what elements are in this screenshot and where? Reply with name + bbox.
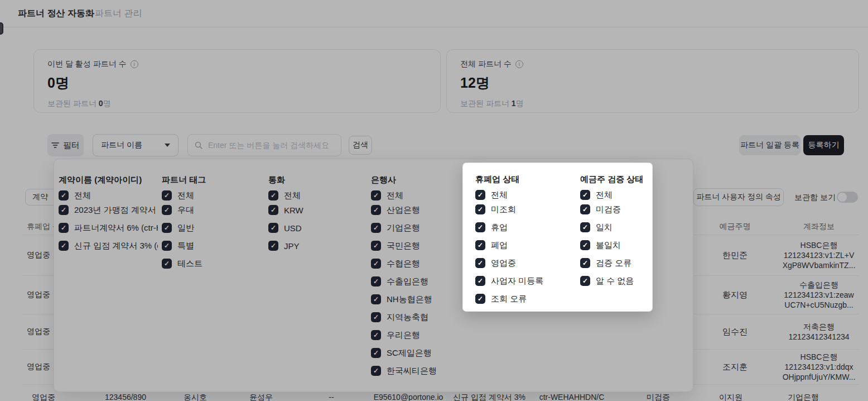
filter-option-label: 폐업 <box>491 240 508 250</box>
filter-option-label: 사업자 미등록 <box>491 276 543 286</box>
checkbox-checked-icon[interactable]: ✓ <box>475 240 485 250</box>
filter-option[interactable]: ✓ 폐업 <box>475 240 567 250</box>
checkbox-checked-icon[interactable]: ✓ <box>475 258 485 268</box>
checkbox-checked-icon[interactable]: ✓ <box>580 240 590 250</box>
filter-option[interactable]: ✓ 미조회 <box>475 204 567 214</box>
filter-option-list: ✓ 전체 ✓ 미조회 ✓ 휴업 ✓ 폐업 <box>475 190 567 304</box>
filter-option[interactable]: ✓ 영업중 <box>475 258 567 268</box>
filter-option[interactable]: ✓ 전체 <box>475 190 567 200</box>
filter-option-label: 검증 오류 <box>596 258 631 268</box>
filter-column-business-status: 휴폐업 상태 ✓ 전체 ✓ 미조회 ✓ 휴업 ✓ <box>475 174 567 312</box>
checkbox-checked-icon[interactable]: ✓ <box>580 276 590 286</box>
filter-option[interactable]: ✓ 검증 오류 <box>580 258 652 268</box>
filter-option[interactable]: ✓ 미검증 <box>580 204 652 214</box>
filter-option-label: 미조회 <box>491 204 516 214</box>
spotlight-highlight-box: 휴폐업 상태 ✓ 전체 ✓ 미조회 ✓ 휴업 ✓ <box>463 163 652 311</box>
filter-option-label: 알 수 없음 <box>596 276 634 286</box>
checkbox-checked-icon[interactable]: ✓ <box>475 222 485 232</box>
filter-option-label: 전체 <box>491 190 508 200</box>
filter-option-label: 일치 <box>596 222 613 232</box>
filter-option-label: 불일치 <box>596 240 621 250</box>
checkbox-checked-icon[interactable]: ✓ <box>475 294 485 304</box>
checkbox-checked-icon[interactable]: ✓ <box>580 190 590 200</box>
checkbox-checked-icon[interactable]: ✓ <box>580 222 590 232</box>
filter-column-depositor-verification: 예금주 검증 상태 ✓ 전체 ✓ 미검증 ✓ 일치 ✓ <box>580 174 652 294</box>
checkbox-checked-icon[interactable]: ✓ <box>580 258 590 268</box>
checkbox-checked-icon[interactable]: ✓ <box>475 190 485 200</box>
filter-option-label: 영업중 <box>491 258 516 268</box>
dim-overlay[interactable] <box>0 0 868 401</box>
filter-option[interactable]: ✓ 불일치 <box>580 240 652 250</box>
filter-option[interactable]: ✓ 전체 <box>580 190 652 200</box>
checkbox-checked-icon[interactable]: ✓ <box>580 204 590 214</box>
filter-option-list: ✓ 전체 ✓ 미검증 ✓ 일치 ✓ 불일치 <box>580 190 652 286</box>
filter-option-label: 휴업 <box>491 222 508 232</box>
checkbox-checked-icon[interactable]: ✓ <box>475 204 485 214</box>
filter-option[interactable]: ✓ 일치 <box>580 222 652 232</box>
filter-column-title: 예금주 검증 상태 <box>580 174 652 184</box>
filter-option-label: 전체 <box>596 190 613 200</box>
filter-option[interactable]: ✓ 알 수 없음 <box>580 276 652 286</box>
filter-column-title: 휴폐업 상태 <box>475 174 567 184</box>
filter-option[interactable]: ✓ 조회 오류 <box>475 294 567 304</box>
filter-option-label: 미검증 <box>596 204 621 214</box>
filter-option[interactable]: ✓ 휴업 <box>475 222 567 232</box>
checkbox-checked-icon[interactable]: ✓ <box>475 276 485 286</box>
filter-option-label: 조회 오류 <box>491 294 527 304</box>
filter-option[interactable]: ✓ 사업자 미등록 <box>475 276 567 286</box>
